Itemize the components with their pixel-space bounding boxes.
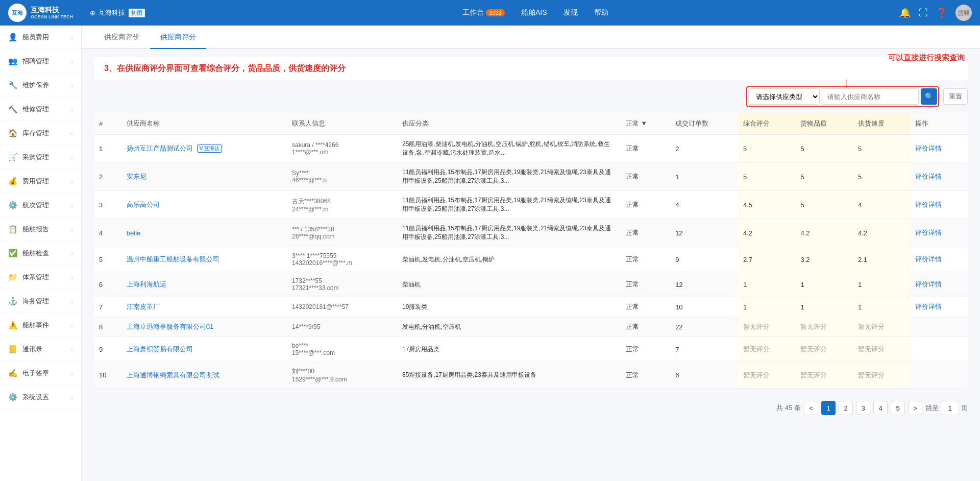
action-detail-link[interactable]: 评价详情: [915, 280, 942, 288]
col-contact: 联系人信息: [287, 113, 397, 135]
reset-button[interactable]: 重置: [943, 88, 968, 105]
sidebar-item-crew[interactable]: 👤 船员费用 ›: [0, 26, 81, 50]
cell-index: 5: [94, 247, 121, 272]
cell-speed: 4.2: [853, 219, 911, 247]
search-button[interactable]: 🔍: [921, 88, 937, 105]
logo-area: 互海 互海科技 OCEAN LINK TECH: [8, 4, 90, 22]
sidebar-item-repair[interactable]: 🔨 维修管理 ›: [0, 98, 81, 122]
sidebar-item-report[interactable]: 📋 船舶报告 ›: [0, 218, 81, 242]
incident-icon: ⚠️: [8, 321, 17, 330]
action-detail-link[interactable]: 评价详情: [915, 145, 942, 152]
supplier-table: # 供应商名称 联系人信息 供应分类 正常 ▼ 成交订单数 综合评分 货物品质 …: [94, 113, 968, 389]
maintain-icon: 🔧: [8, 81, 17, 90]
chevron-icon: ›: [71, 346, 73, 352]
cell-overall: 5: [738, 163, 796, 191]
sidebar-item-incident[interactable]: ⚠️ 船舶事件 ›: [0, 314, 81, 338]
maritime-icon: ⚓: [8, 297, 17, 306]
notification-icon[interactable]: 🔔: [899, 7, 911, 18]
page-3-btn[interactable]: 3: [856, 401, 870, 415]
nav-discover[interactable]: 发现: [564, 8, 578, 17]
breadcrumb-icon: ⊕: [90, 9, 95, 17]
nav-ais[interactable]: 船舶AIS: [521, 8, 547, 17]
inventory-icon: 🏠: [8, 129, 17, 138]
page-5-btn[interactable]: 5: [891, 401, 905, 415]
supplier-type-select[interactable]: 请选择供应类型: [748, 88, 820, 105]
search-bar: 请选择供应类型 🔍 重置: [94, 86, 968, 107]
sidebar-item-finance[interactable]: 💰 费用管理 ›: [0, 170, 81, 194]
cell-status: 正常: [621, 272, 671, 297]
sidebar-item-esignature[interactable]: ✍️ 电子签章 ›: [0, 362, 81, 386]
tab-supplier-review[interactable]: 供应商评价: [94, 26, 150, 49]
cell-category: 25船用油漆,柴油机,发电机,分油机,空压机,锅炉,舵机,锚机,绞车,消防系统,…: [397, 135, 621, 163]
nav-right: 🔔 ⛶ ❓ 盛毅: [899, 5, 972, 21]
cell-speed: 1: [853, 297, 911, 317]
cell-overall: 暂无评分: [738, 317, 796, 337]
cell-orders: 9: [670, 247, 738, 272]
annotation-box: 3、在供应商评分界面可查看综合评分，货品品质，供货速度的评分: [94, 57, 968, 80]
chevron-icon: ›: [71, 250, 73, 256]
cell-quality: 暂无评分: [795, 317, 853, 337]
action-detail-link[interactable]: 评价详情: [915, 303, 942, 310]
help-icon[interactable]: ❓: [936, 7, 947, 18]
sidebar-item-voyage[interactable]: ⚙️ 航次管理 ›: [0, 194, 81, 218]
cell-category: 柴油机,发电机,分油机,空压机,锅炉: [397, 247, 621, 272]
action-detail-link[interactable]: 评价详情: [915, 173, 942, 180]
prev-page-btn[interactable]: <: [804, 401, 818, 415]
purchase-icon: 🛒: [8, 153, 17, 162]
nav-help[interactable]: 帮助: [594, 8, 608, 17]
supplier-name-input[interactable]: [822, 88, 919, 105]
tab-supplier-score[interactable]: 供应商评分: [150, 26, 206, 49]
page-content: 可以直接进行搜索查询 ↓ 3、在供应商评分界面可查看综合评分，货品品质，供货速度…: [82, 49, 980, 481]
table-row: 10 上海通博钢绳索具有限公司测试 刘****001529****@***.9.…: [94, 362, 968, 389]
cell-overall: 4.5: [738, 191, 796, 219]
cell-action: 评价详情: [910, 247, 968, 272]
col-name: 供应商名称: [121, 113, 287, 135]
cell-category: 11船员福利用品,15布制品,17厨房用品类,19服装类,21绳索及缆绳,23泰…: [397, 163, 621, 191]
cell-action: 评价详情: [910, 297, 968, 317]
page-jump-input[interactable]: [941, 401, 959, 415]
fullscreen-icon[interactable]: ⛶: [919, 8, 928, 18]
cell-index: 2: [94, 163, 121, 191]
cell-name: 上海利海航运: [121, 272, 287, 297]
cell-overall: 暂无评分: [738, 337, 796, 362]
col-status[interactable]: 正常 ▼: [621, 113, 671, 135]
sidebar-item-system[interactable]: 📁 体系管理 ›: [0, 266, 81, 290]
table-row: 1 扬州互江产品测试公司V 互海认 sakura / ****42661****…: [94, 135, 968, 163]
sidebar-item-contacts[interactable]: 📒 通讯录 ›: [0, 338, 81, 362]
cell-index: 3: [94, 191, 121, 219]
page-1-btn[interactable]: 1: [821, 401, 836, 415]
avatar[interactable]: 盛毅: [955, 5, 972, 21]
action-detail-link[interactable]: 评价详情: [915, 229, 942, 236]
cell-orders: 2: [670, 135, 738, 163]
table-row: 9 上海萧织贸易有限公司 be****15****@***.com 17厨房用品…: [94, 337, 968, 362]
cell-action: 评价详情: [910, 163, 968, 191]
crew-icon: 👤: [8, 33, 17, 42]
content-area: 供应商评价 供应商评分 可以直接进行搜索查询 ↓ 3、在供应商评分界面可查看综合…: [82, 26, 980, 481]
col-action: 操作: [910, 113, 968, 135]
next-page-btn[interactable]: >: [908, 401, 922, 415]
sidebar-item-maritime[interactable]: ⚓ 海务管理 ›: [0, 290, 81, 314]
sidebar-item-settings[interactable]: ⚙️ 系统设置 ›: [0, 386, 81, 410]
cell-contact: 刘****001529****@***.9.com: [287, 362, 397, 389]
cell-contact: 14****9/95: [287, 317, 397, 337]
page-4-btn[interactable]: 4: [873, 401, 888, 415]
table-row: 5 温州中船重工船舶设备有限公司 3**** 1****755551432020…: [94, 247, 968, 272]
nav-workbench[interactable]: 工作台 3933: [462, 8, 504, 17]
action-detail-link[interactable]: 评价详情: [915, 255, 942, 263]
page-2-btn[interactable]: 2: [839, 401, 853, 415]
sidebar-item-recruit[interactable]: 👥 招聘管理 ›: [0, 50, 81, 74]
table-container: # 供应商名称 联系人信息 供应分类 正常 ▼ 成交订单数 综合评分 货物品质 …: [94, 113, 968, 389]
sidebar-item-purchase[interactable]: 🛒 采购管理 ›: [0, 146, 81, 170]
search-highlight-box: 请选择供应类型 🔍: [746, 86, 939, 107]
sidebar-item-inspection[interactable]: ✅ 船舶检查 ›: [0, 242, 81, 266]
cell-index: 8: [94, 317, 121, 337]
sidebar-item-maintain[interactable]: 🔧 维护保养 ›: [0, 74, 81, 98]
cell-index: 7: [94, 297, 121, 317]
cell-quality: 1: [795, 272, 853, 297]
sidebar-item-inventory[interactable]: 🏠 库存管理 ›: [0, 122, 81, 146]
col-overall: 综合评分: [738, 113, 796, 135]
cell-category: 柴油机: [397, 272, 621, 297]
action-detail-link[interactable]: 评价详情: [915, 201, 942, 208]
contacts-icon: 📒: [8, 345, 17, 354]
table-row: 8 上海卓迅海事服务有限公司01 14****9/95 发电机,分油机,空压机 …: [94, 317, 968, 337]
